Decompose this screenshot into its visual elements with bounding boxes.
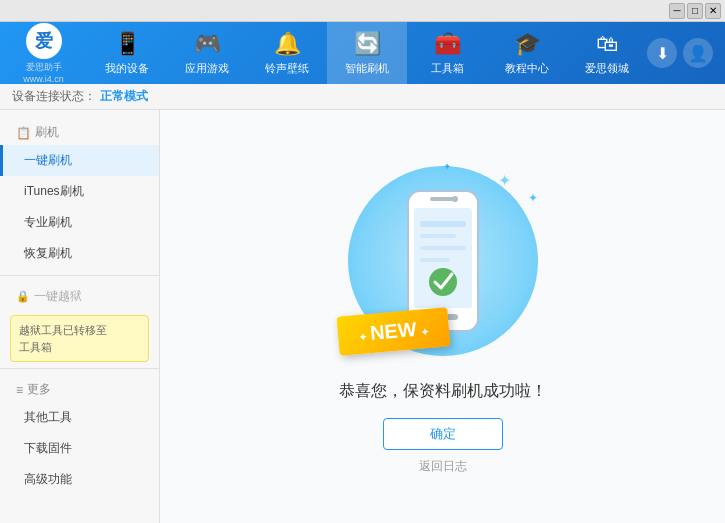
sidebar: 📋 刷机 一键刷机 iTunes刷机 专业刷机 恢复刷机 🔒 一键越狱 越狱工具…	[0, 110, 160, 523]
main-container: 📋 刷机 一键刷机 iTunes刷机 专业刷机 恢复刷机 🔒 一键越狱 越狱工具…	[0, 110, 725, 523]
apps-games-icon: 🎮	[194, 31, 221, 57]
nav-right: ⬇ 👤	[647, 38, 725, 68]
user-button[interactable]: 👤	[683, 38, 713, 68]
back-link[interactable]: 返回日志	[419, 458, 467, 475]
nav-tutorial[interactable]: 🎓 教程中心	[487, 22, 567, 84]
download-button[interactable]: ⬇	[647, 38, 677, 68]
logo-line1: 爱思助手	[26, 61, 62, 74]
sparkle-1: ✦	[498, 171, 511, 190]
title-bar: ─ □ ✕	[0, 0, 725, 22]
sidebar-section-flash-label: 刷机	[35, 124, 59, 141]
sidebar-item-other-tools[interactable]: 其他工具	[0, 402, 159, 433]
aisi-store-icon: 🛍	[596, 31, 618, 57]
sidebar-section-jailbreak: 🔒 一键越狱	[0, 282, 159, 309]
sidebar-section-flash: 📋 刷机	[0, 118, 159, 145]
nav-ringtone-label: 铃声壁纸	[265, 61, 309, 76]
confirm-button[interactable]: 确定	[383, 418, 503, 450]
toolbox-icon: 🧰	[434, 31, 461, 57]
header: 爱 爱思助手 www.i4.cn 📱 我的设备 🎮 应用游戏 🔔 铃声壁纸 🔄 …	[0, 22, 725, 84]
sidebar-item-download-firmware[interactable]: 下载固件	[0, 433, 159, 464]
sparkle-3: ✦	[443, 161, 451, 172]
nav-apps-games[interactable]: 🎮 应用游戏	[167, 22, 247, 84]
smart-flash-icon: 🔄	[354, 31, 381, 57]
nav-ringtone[interactable]: 🔔 铃声壁纸	[247, 22, 327, 84]
maximize-button[interactable]: □	[687, 3, 703, 19]
nav-smart-flash-label: 智能刷机	[345, 61, 389, 76]
content-area: NEW ✦ ✦ ✦ 恭喜您，保资料刷机成功啦！ 确定 返回日志	[160, 110, 725, 523]
nav-aisi-store[interactable]: 🛍 爱思领城	[567, 22, 647, 84]
nav-my-device-label: 我的设备	[105, 61, 149, 76]
sidebar-divider-1	[0, 275, 159, 276]
status-label: 设备连接状态：	[12, 88, 96, 105]
nav-toolbox[interactable]: 🧰 工具箱	[407, 22, 487, 84]
svg-point-9	[429, 268, 457, 296]
status-value: 正常模式	[100, 88, 148, 105]
svg-rect-8	[420, 258, 450, 262]
sidebar-item-one-click-flash[interactable]: 一键刷机	[0, 145, 159, 176]
sidebar-section-jailbreak-label: 一键越狱	[34, 288, 82, 305]
nav-apps-games-label: 应用游戏	[185, 61, 229, 76]
sidebar-item-itunes-flash[interactable]: iTunes刷机	[0, 176, 159, 207]
sidebar-section-more: ≡ 更多	[0, 375, 159, 402]
my-device-icon: 📱	[114, 31, 141, 57]
nav-tutorial-label: 教程中心	[505, 61, 549, 76]
logo-area: 爱 爱思助手 www.i4.cn	[0, 19, 87, 88]
jailbreak-notice: 越狱工具已转移至工具箱	[10, 315, 149, 362]
status-bar: 设备连接状态： 正常模式	[0, 84, 725, 110]
nav-aisi-store-label: 爱思领城	[585, 61, 629, 76]
nav-items: 📱 我的设备 🎮 应用游戏 🔔 铃声壁纸 🔄 智能刷机 🧰 工具箱 🎓 教程中心…	[87, 22, 647, 84]
logo-line2: www.i4.cn	[23, 74, 64, 84]
logo-icon: 爱	[26, 23, 62, 59]
close-button[interactable]: ✕	[705, 3, 721, 19]
svg-point-4	[452, 196, 458, 202]
sidebar-section-more-label: 更多	[27, 381, 51, 398]
svg-rect-6	[420, 234, 456, 238]
nav-smart-flash[interactable]: 🔄 智能刷机	[327, 22, 407, 84]
sidebar-divider-2	[0, 368, 159, 369]
sidebar-item-recovery-flash[interactable]: 恢复刷机	[0, 238, 159, 269]
sidebar-item-advanced[interactable]: 高级功能	[0, 464, 159, 495]
sparkle-2: ✦	[528, 191, 538, 205]
phone-illustration: NEW ✦ ✦ ✦	[343, 161, 543, 361]
success-text: 恭喜您，保资料刷机成功啦！	[339, 381, 547, 402]
tutorial-icon: 🎓	[514, 31, 541, 57]
nav-my-device[interactable]: 📱 我的设备	[87, 22, 167, 84]
minimize-button[interactable]: ─	[669, 3, 685, 19]
nav-toolbox-label: 工具箱	[431, 61, 464, 76]
svg-rect-5	[420, 221, 466, 227]
svg-rect-7	[420, 246, 466, 250]
ringtone-icon: 🔔	[274, 31, 301, 57]
sidebar-item-pro-flash[interactable]: 专业刷机	[0, 207, 159, 238]
